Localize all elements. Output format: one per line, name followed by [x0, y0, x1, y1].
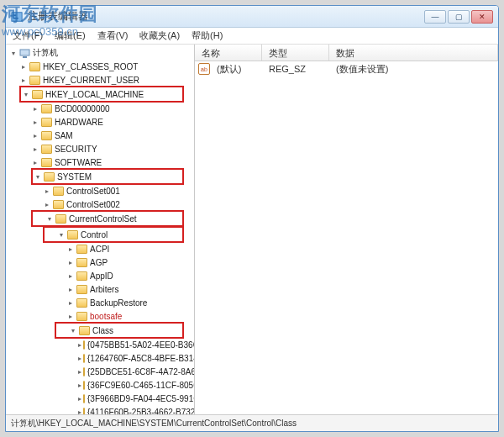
tree-backup[interactable]: ▸BackupRestore: [8, 296, 194, 309]
list-pane: 名称 类型 数据 ab (默认) REG_SZ (数值未设置): [195, 45, 498, 414]
statusbar: 计算机\HKEY_LOCAL_MACHINE\SYSTEM\CurrentCon…: [6, 414, 498, 431]
expand-icon[interactable]: ▸: [31, 131, 39, 140]
tree-acpi[interactable]: ▸ACPI: [8, 242, 194, 255]
folder-icon: [83, 340, 85, 350]
folder-icon: [41, 118, 52, 127]
folder-icon: [41, 104, 52, 113]
expand-icon[interactable]: ▸: [43, 200, 51, 208]
regedit-window: 注册表编辑器 — ▢ ✕ 文件(F) 编辑(E) 查看(V) 收藏夹(A) 帮助…: [5, 5, 499, 432]
menu-view[interactable]: 查看(V): [97, 29, 129, 42]
tree-security[interactable]: ▸SECURITY: [8, 142, 194, 155]
tree-system[interactable]: ▾SYSTEM: [34, 170, 181, 183]
expand-icon[interactable]: ▸: [66, 258, 75, 266]
tree-appid[interactable]: ▸AppID: [8, 269, 194, 282]
menubar: 文件(F) 编辑(E) 查看(V) 收藏夹(A) 帮助(H): [6, 28, 498, 45]
highlight-box: ▾SYSTEM: [31, 168, 184, 185]
highlight-box: ▾Class: [55, 322, 184, 339]
tree-guid[interactable]: ▸{4116F60B-25B3-4662-B732-99A6…: [8, 405, 194, 414]
tree-class[interactable]: ▾Class: [57, 324, 181, 337]
col-type[interactable]: 类型: [262, 45, 329, 61]
expand-icon[interactable]: ▸: [31, 104, 39, 113]
menu-edit[interactable]: 编辑(E): [55, 29, 86, 42]
svg-rect-4: [23, 56, 27, 58]
tree-guid[interactable]: ▸{0475BB51-5A02-4EE0-B36C-29040F…: [8, 338, 194, 351]
tree-guid[interactable]: ▸{1264760F-A5C8-4BFE-B314-D56A7B…: [8, 351, 194, 365]
collapse-icon[interactable]: ▾: [9, 49, 18, 57]
expand-icon[interactable]: ▸: [66, 298, 75, 307]
expand-icon[interactable]: ▸: [78, 354, 81, 362]
tree-sam[interactable]: ▸SAM: [8, 129, 194, 142]
highlight-box: ▾Control: [43, 226, 184, 243]
tree-control[interactable]: ▾Control: [45, 228, 181, 241]
folder-icon: [41, 158, 52, 167]
tree-hkcu[interactable]: ▸HKEY_CURRENT_USER: [8, 73, 194, 87]
regedit-icon: [11, 11, 23, 23]
collapse-icon[interactable]: ▾: [45, 214, 54, 223]
tree-agp[interactable]: ▸AGP: [8, 255, 194, 269]
menu-file[interactable]: 文件(F): [13, 29, 43, 42]
tree-hardware[interactable]: ▸HARDWARE: [8, 115, 194, 129]
list-header: 名称 类型 数据: [195, 45, 498, 61]
folder-icon: [76, 298, 87, 308]
expand-icon[interactable]: ▸: [31, 158, 39, 166]
folder-icon: [32, 90, 43, 99]
folder-icon: [29, 62, 40, 71]
folder-icon: [83, 367, 85, 376]
expand-icon[interactable]: ▸: [31, 145, 39, 153]
col-name[interactable]: 名称: [195, 45, 262, 61]
close-button[interactable]: ✕: [471, 10, 493, 24]
folder-icon: [44, 172, 55, 182]
status-path: 计算机\HKEY_LOCAL_MACHINE\SYSTEM\CurrentCon…: [11, 418, 297, 429]
tree-arbiters[interactable]: ▸Arbiters: [8, 282, 194, 296]
expand-icon[interactable]: ▸: [78, 408, 81, 414]
tree-software[interactable]: ▸SOFTWARE: [8, 155, 194, 169]
folder-icon: [29, 76, 40, 85]
folder-icon: [83, 394, 85, 403]
tree-guid[interactable]: ▸{36FC9E60-C465-11CF-8056-44455…: [8, 378, 194, 392]
col-data[interactable]: 数据: [329, 45, 498, 61]
expand-icon[interactable]: ▸: [66, 245, 75, 253]
expand-icon[interactable]: ▸: [19, 62, 28, 71]
list-body[interactable]: ab (默认) REG_SZ (数值未设置): [195, 61, 498, 414]
expand-icon[interactable]: ▸: [78, 394, 81, 403]
titlebar: 注册表编辑器 — ▢ ✕: [6, 6, 498, 28]
folder-icon: [76, 258, 87, 267]
collapse-icon[interactable]: ▾: [22, 90, 30, 98]
tree-pane[interactable]: ▾计算机 ▸HKEY_CLASSES_ROOT ▸HKEY_CURRENT_US…: [6, 45, 195, 414]
expand-icon[interactable]: ▸: [66, 285, 75, 293]
folder-icon: [83, 354, 85, 363]
expand-icon[interactable]: ▸: [78, 367, 81, 376]
tree-root[interactable]: ▾计算机: [8, 46, 194, 60]
value-data: (数值未设置): [333, 63, 498, 76]
tree-cs002[interactable]: ▸ControlSet002: [8, 197, 194, 211]
tree-hklm[interactable]: ▾HKEY_LOCAL_MACHINE: [22, 87, 181, 101]
value-name[interactable]: (默认): [213, 63, 265, 76]
tree-bcd[interactable]: ▸BCD00000000: [8, 102, 194, 115]
folder-icon: [41, 145, 52, 154]
expand-icon[interactable]: ▸: [43, 187, 51, 195]
folder-icon: [67, 230, 78, 240]
tree-guid[interactable]: ▸{3F966BD9-FA04-4EC5-991C-D3262…: [8, 392, 194, 405]
tree-ccs[interactable]: ▾CurrentControlSet: [34, 212, 181, 225]
collapse-icon[interactable]: ▾: [57, 230, 66, 239]
expand-icon[interactable]: ▸: [19, 76, 28, 84]
collapse-icon[interactable]: ▾: [69, 326, 77, 334]
collapse-icon[interactable]: ▾: [34, 172, 42, 181]
svg-rect-2: [13, 17, 18, 18]
expand-icon[interactable]: ▸: [31, 118, 39, 126]
menu-help[interactable]: 帮助(H): [192, 29, 223, 42]
expand-icon[interactable]: ▸: [66, 312, 75, 320]
value-type: REG_SZ: [265, 64, 333, 74]
maximize-button[interactable]: ▢: [448, 10, 470, 24]
tree-bootsafe[interactable]: ▸bootsafe: [8, 309, 194, 323]
tree-guid[interactable]: ▸{25DBCE51-6C8F-4A72-8A6D-B54C2…: [8, 365, 194, 378]
menu-favorites[interactable]: 收藏夹(A): [139, 29, 180, 42]
value-row[interactable]: ab (默认) REG_SZ (数值未设置): [195, 61, 498, 76]
folder-icon: [83, 408, 85, 415]
expand-icon[interactable]: ▸: [78, 340, 81, 349]
tree-cs001[interactable]: ▸ControlSet001: [8, 184, 194, 197]
minimize-button[interactable]: —: [424, 10, 446, 24]
tree-hkcr[interactable]: ▸HKEY_CLASSES_ROOT: [8, 60, 194, 73]
expand-icon[interactable]: ▸: [66, 271, 75, 280]
expand-icon[interactable]: ▸: [78, 381, 81, 389]
